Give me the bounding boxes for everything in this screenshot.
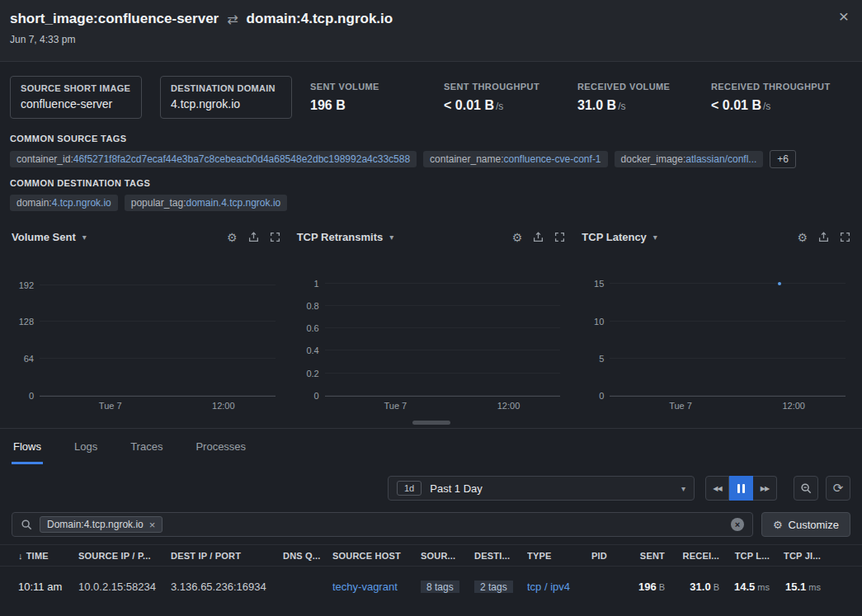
- chevron-down-icon[interactable]: ▾: [389, 233, 393, 242]
- gridline: [610, 283, 846, 284]
- skip-forward-button[interactable]: ▶▶: [753, 476, 777, 501]
- column-header-source-tags[interactable]: SOUR...: [421, 551, 474, 561]
- column-header-tcp-latency[interactable]: TCP L...: [726, 551, 776, 561]
- column-header-tcp-jitter[interactable]: TCP JI...: [776, 551, 827, 561]
- chart-header: Volume Sent ▾ ⚙: [3, 224, 289, 247]
- column-header-pid[interactable]: PID: [591, 551, 627, 561]
- tag-value: atlassian/confl...: [685, 153, 756, 165]
- remove-filter-icon[interactable]: ×: [149, 520, 156, 530]
- chart-title-dropdown[interactable]: Volume Sent: [12, 231, 76, 243]
- column-header-source-ip[interactable]: SOURCE IP / P...: [78, 551, 171, 561]
- column-header-received[interactable]: RECEI...: [671, 551, 726, 561]
- tags-section: COMMON SOURCE TAGS container_id:46f5271f…: [0, 134, 862, 211]
- search-input[interactable]: Domain:4.tcp.ngrok.io × ×: [12, 512, 753, 537]
- plot-area: 051015Tue 712:00: [610, 263, 846, 397]
- charts-row: Volume Sent ▾ ⚙ 064128192Tue 712:00 TCP …: [0, 221, 862, 418]
- x-axis-tick: Tue 7: [384, 401, 407, 411]
- cell-received: 31.0B: [671, 581, 726, 593]
- tab-processes[interactable]: Processes: [194, 429, 247, 464]
- source-host-link[interactable]: techy-vagrant: [332, 581, 398, 593]
- filter-chip-label: Domain:4.tcp.ngrok.io: [47, 519, 144, 530]
- common-source-tags-label: COMMON SOURCE TAGS: [10, 134, 852, 143]
- gridline: [610, 395, 846, 396]
- column-header-dest-tags[interactable]: DESTI...: [474, 551, 527, 561]
- clear-search-icon[interactable]: ×: [731, 518, 744, 531]
- time-range-select[interactable]: 1d Past 1 Day ▾: [388, 476, 695, 501]
- chart-plot: 051015Tue 712:00: [578, 250, 854, 418]
- chevron-down-icon[interactable]: ▾: [653, 233, 657, 242]
- column-header-time[interactable]: ↓TIME: [18, 551, 78, 561]
- column-header-sent[interactable]: SENT: [627, 551, 671, 561]
- plot-area: 064128192Tue 712:00: [40, 263, 276, 397]
- stat-label: RECEIVED THROUGHPUT: [711, 82, 831, 92]
- stat-sent-volume: SENT VOLUME 196 B: [310, 82, 426, 113]
- chart-title-dropdown[interactable]: TCP Retransmits: [297, 231, 384, 243]
- gear-icon[interactable]: ⚙: [512, 232, 523, 243]
- y-axis-tick: 0: [29, 391, 34, 401]
- dest-tags-chip[interactable]: 2 tags: [474, 581, 513, 593]
- bottom-section: Flows Logs Traces Processes 1d Past 1 Da…: [0, 428, 862, 607]
- type-link[interactable]: tcp / ipv4: [527, 581, 570, 593]
- y-axis-tick: 0.2: [306, 369, 318, 379]
- tag-key: docker_image:: [621, 153, 686, 165]
- skip-forward-icon: ▶▶: [761, 485, 769, 492]
- time-range-badge: 1d: [397, 481, 422, 496]
- skip-back-button[interactable]: ◀◀: [705, 476, 729, 501]
- tab-traces[interactable]: Traces: [129, 429, 164, 464]
- y-axis-tick: 0.6: [306, 323, 318, 333]
- more-tags-chip[interactable]: +6: [770, 150, 796, 168]
- tag-container-name[interactable]: container_name:confluence-cve-conf-1: [423, 151, 607, 167]
- tab-flows[interactable]: Flows: [12, 429, 43, 464]
- y-axis-tick: 0.8: [306, 301, 318, 311]
- refresh-button[interactable]: ⟳: [826, 476, 850, 501]
- cell-type: tcp / ipv4: [527, 581, 591, 593]
- stat-value: < 0.01 B/s: [711, 98, 831, 113]
- customize-label: Customize: [789, 519, 839, 531]
- tag-container-id[interactable]: container_id:46f5271f8fa2cd7ecaf44e3ba7c…: [10, 151, 417, 167]
- tab-logs[interactable]: Logs: [73, 429, 99, 464]
- export-icon[interactable]: [248, 232, 259, 242]
- stat-number: 31.0 B: [577, 98, 616, 112]
- pause-button[interactable]: [729, 476, 753, 501]
- tag-value: confluence-cve-conf-1: [503, 153, 601, 165]
- column-label: TIME: [26, 551, 49, 561]
- chevron-down-icon[interactable]: ▾: [82, 233, 87, 242]
- time-controls: 1d Past 1 Day ▾ ◀◀ ▶▶ ⟳: [0, 464, 862, 504]
- column-header-dns[interactable]: DNS Q...: [283, 551, 332, 561]
- panel-title: short_image:confluence-server ⇄ domain:4…: [10, 11, 846, 27]
- scrollbar-handle[interactable]: [412, 421, 450, 425]
- tag-docker-image[interactable]: docker_image:atlassian/confl...: [615, 151, 764, 167]
- gear-icon[interactable]: ⚙: [227, 232, 238, 243]
- column-header-source-host[interactable]: SOURCE HOST: [332, 551, 421, 561]
- tag-domain[interactable]: domain:4.tcp.ngrok.io: [10, 195, 118, 211]
- tag-popular-tag[interactable]: popular_tag:domain.4.tcp.ngrok.io: [125, 195, 287, 211]
- export-icon[interactable]: [533, 232, 544, 242]
- zoom-out-button[interactable]: [794, 476, 818, 501]
- chart-plot: 00.20.40.60.81Tue 712:00: [294, 250, 569, 418]
- source-tags-chip[interactable]: 8 tags: [421, 581, 459, 593]
- column-header-dest-ip[interactable]: DEST IP / PORT: [171, 551, 283, 561]
- gear-icon[interactable]: ⚙: [797, 232, 808, 243]
- search-filter-chip[interactable]: Domain:4.tcp.ngrok.io ×: [40, 516, 163, 533]
- expand-icon[interactable]: [270, 232, 280, 242]
- pause-icon: [737, 484, 745, 493]
- cell-sent: 196B: [627, 581, 671, 593]
- gridline: [40, 321, 276, 322]
- customize-button[interactable]: ⚙ Customize: [761, 512, 850, 537]
- close-icon[interactable]: ×: [839, 7, 849, 25]
- chart-title-dropdown[interactable]: TCP Latency: [582, 231, 647, 243]
- column-header-type[interactable]: TYPE: [527, 551, 591, 561]
- stat-unit: /s: [618, 101, 625, 112]
- stat-number: < 0.01 B: [711, 98, 761, 112]
- gridline: [610, 321, 846, 322]
- y-axis-tick: 5: [599, 354, 604, 364]
- x-axis-tick: Tue 7: [669, 401, 692, 411]
- table-row[interactable]: 10:11 am 10.0.2.15:58234 3.136.65.236:16…: [0, 567, 862, 607]
- common-destination-tags-label: COMMON DESTINATION TAGS: [10, 178, 852, 188]
- x-axis-tick: 12:00: [212, 401, 235, 411]
- expand-icon[interactable]: [840, 232, 850, 242]
- stat-value: 196 B: [310, 98, 426, 113]
- tag-value: domain.4.tcp.ngrok.io: [186, 197, 280, 209]
- expand-icon[interactable]: [554, 232, 565, 242]
- export-icon[interactable]: [818, 232, 829, 242]
